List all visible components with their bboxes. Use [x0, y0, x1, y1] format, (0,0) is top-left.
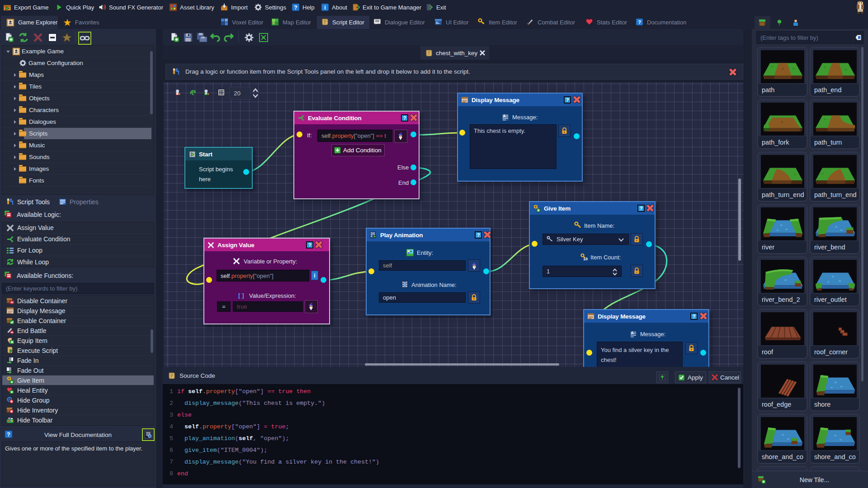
svg-text:?: ? [638, 19, 641, 25]
svg-text:?: ? [294, 5, 297, 11]
svg-text:10: 10 [583, 257, 588, 261]
svg-text:i: i [324, 5, 326, 11]
